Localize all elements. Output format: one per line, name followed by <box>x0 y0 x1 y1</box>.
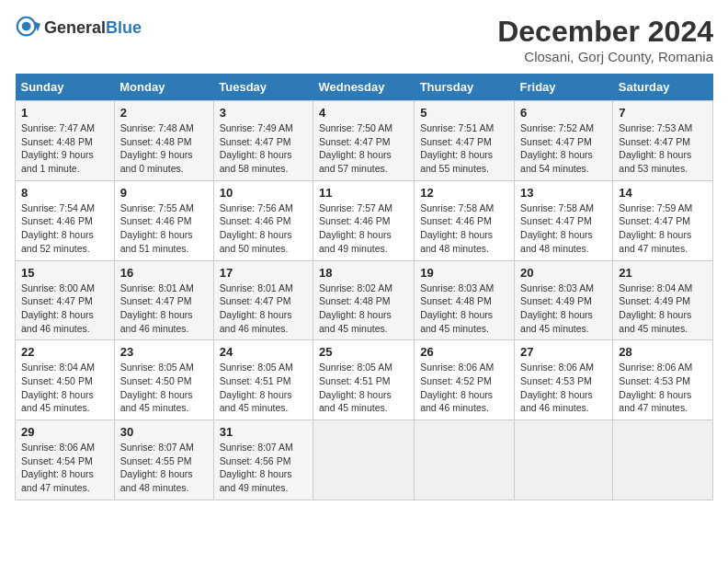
weekday-header-saturday: Saturday <box>613 74 713 101</box>
calendar-week-row: 15 Sunrise: 8:00 AMSunset: 4:47 PMDaylig… <box>16 260 713 340</box>
day-info: Sunrise: 8:05 AMSunset: 4:50 PMDaylight:… <box>120 362 194 413</box>
header: GeneralBlue December 2024 Closani, Gorj … <box>15 15 713 64</box>
day-number: 12 <box>420 186 508 200</box>
day-info: Sunrise: 8:04 AMSunset: 4:49 PMDaylight:… <box>619 282 692 334</box>
calendar-cell: 20 Sunrise: 8:03 AMSunset: 4:49 PMDaylig… <box>515 260 613 340</box>
day-number: 13 <box>520 186 607 200</box>
day-info: Sunrise: 8:06 AMSunset: 4:52 PMDaylight:… <box>420 362 494 413</box>
day-number: 5 <box>420 106 508 120</box>
weekday-header-tuesday: Tuesday <box>213 74 313 101</box>
day-info: Sunrise: 8:07 AMSunset: 4:55 PMDaylight:… <box>120 442 194 493</box>
calendar-cell <box>313 420 414 500</box>
calendar-cell: 12 Sunrise: 7:58 AMSunset: 4:46 PMDaylig… <box>415 180 515 260</box>
main-title: December 2024 <box>497 15 713 49</box>
calendar-cell: 30 Sunrise: 8:07 AMSunset: 4:55 PMDaylig… <box>114 420 213 500</box>
day-info: Sunrise: 8:03 AMSunset: 4:48 PMDaylight:… <box>420 282 494 334</box>
day-info: Sunrise: 8:02 AMSunset: 4:48 PMDaylight:… <box>319 282 392 334</box>
day-info: Sunrise: 8:00 AMSunset: 4:47 PMDaylight:… <box>21 282 95 334</box>
calendar-cell: 13 Sunrise: 7:58 AMSunset: 4:47 PMDaylig… <box>515 180 613 260</box>
day-number: 11 <box>319 186 408 200</box>
calendar-cell: 16 Sunrise: 8:01 AMSunset: 4:47 PMDaylig… <box>114 260 213 340</box>
calendar-cell: 19 Sunrise: 8:03 AMSunset: 4:48 PMDaylig… <box>415 260 515 340</box>
day-info: Sunrise: 8:05 AMSunset: 4:51 PMDaylight:… <box>319 362 392 413</box>
calendar-cell: 1 Sunrise: 7:47 AMSunset: 4:48 PMDayligh… <box>16 101 115 181</box>
weekday-header-monday: Monday <box>114 74 213 101</box>
day-info: Sunrise: 8:01 AMSunset: 4:47 PMDaylight:… <box>220 282 293 334</box>
calendar-table: SundayMondayTuesdayWednesdayThursdayFrid… <box>15 74 713 500</box>
day-number: 31 <box>220 425 307 439</box>
calendar-cell: 17 Sunrise: 8:01 AMSunset: 4:47 PMDaylig… <box>213 260 313 340</box>
day-info: Sunrise: 7:51 AMSunset: 4:47 PMDaylight:… <box>420 122 494 174</box>
calendar-week-row: 1 Sunrise: 7:47 AMSunset: 4:48 PMDayligh… <box>16 101 713 181</box>
calendar-cell: 14 Sunrise: 7:59 AMSunset: 4:47 PMDaylig… <box>613 180 713 260</box>
day-number: 25 <box>319 345 408 359</box>
calendar-cell: 22 Sunrise: 8:04 AMSunset: 4:50 PMDaylig… <box>16 340 115 420</box>
logo-general-text: General <box>44 18 106 37</box>
calendar-week-row: 22 Sunrise: 8:04 AMSunset: 4:50 PMDaylig… <box>16 340 713 420</box>
calendar-cell: 24 Sunrise: 8:05 AMSunset: 4:51 PMDaylig… <box>213 340 313 420</box>
day-number: 20 <box>520 266 607 280</box>
calendar-week-row: 29 Sunrise: 8:06 AMSunset: 4:54 PMDaylig… <box>16 420 713 500</box>
calendar-cell: 6 Sunrise: 7:52 AMSunset: 4:47 PMDayligh… <box>515 101 613 181</box>
day-info: Sunrise: 7:53 AMSunset: 4:47 PMDaylight:… <box>619 122 692 174</box>
day-info: Sunrise: 7:58 AMSunset: 4:46 PMDaylight:… <box>420 202 494 254</box>
day-number: 14 <box>619 186 707 200</box>
calendar-week-row: 8 Sunrise: 7:54 AMSunset: 4:46 PMDayligh… <box>16 180 713 260</box>
day-number: 17 <box>220 266 307 280</box>
day-info: Sunrise: 8:07 AMSunset: 4:56 PMDaylight:… <box>220 442 293 493</box>
day-number: 27 <box>520 345 607 359</box>
calendar-cell: 26 Sunrise: 8:06 AMSunset: 4:52 PMDaylig… <box>415 340 515 420</box>
day-number: 10 <box>220 186 307 200</box>
day-info: Sunrise: 7:48 AMSunset: 4:48 PMDaylight:… <box>120 122 194 174</box>
calendar-cell <box>415 420 515 500</box>
calendar-cell: 9 Sunrise: 7:55 AMSunset: 4:46 PMDayligh… <box>114 180 213 260</box>
day-number: 6 <box>520 106 607 120</box>
calendar-cell: 25 Sunrise: 8:05 AMSunset: 4:51 PMDaylig… <box>313 340 414 420</box>
day-info: Sunrise: 8:05 AMSunset: 4:51 PMDaylight:… <box>220 362 293 413</box>
svg-point-1 <box>22 22 31 31</box>
day-number: 23 <box>120 345 208 359</box>
logo-icon <box>15 15 40 40</box>
calendar-cell: 18 Sunrise: 8:02 AMSunset: 4:48 PMDaylig… <box>313 260 414 340</box>
calendar-cell: 2 Sunrise: 7:48 AMSunset: 4:48 PMDayligh… <box>114 101 213 181</box>
calendar-cell: 10 Sunrise: 7:56 AMSunset: 4:46 PMDaylig… <box>213 180 313 260</box>
day-info: Sunrise: 7:55 AMSunset: 4:46 PMDaylight:… <box>120 202 194 254</box>
day-info: Sunrise: 7:52 AMSunset: 4:47 PMDaylight:… <box>520 122 594 174</box>
day-info: Sunrise: 8:03 AMSunset: 4:49 PMDaylight:… <box>520 282 594 334</box>
day-number: 3 <box>220 106 307 120</box>
day-number: 9 <box>120 186 208 200</box>
calendar-cell: 11 Sunrise: 7:57 AMSunset: 4:46 PMDaylig… <box>313 180 414 260</box>
calendar-cell <box>613 420 713 500</box>
calendar-cell: 21 Sunrise: 8:04 AMSunset: 4:49 PMDaylig… <box>613 260 713 340</box>
day-info: Sunrise: 7:49 AMSunset: 4:47 PMDaylight:… <box>220 122 293 174</box>
day-info: Sunrise: 8:06 AMSunset: 4:53 PMDaylight:… <box>520 362 594 413</box>
day-info: Sunrise: 7:57 AMSunset: 4:46 PMDaylight:… <box>319 202 392 254</box>
day-number: 8 <box>21 186 108 200</box>
weekday-header-friday: Friday <box>515 74 613 101</box>
day-info: Sunrise: 7:50 AMSunset: 4:47 PMDaylight:… <box>319 122 392 174</box>
weekday-header-row: SundayMondayTuesdayWednesdayThursdayFrid… <box>16 74 713 101</box>
calendar-cell: 3 Sunrise: 7:49 AMSunset: 4:47 PMDayligh… <box>213 101 313 181</box>
day-number: 21 <box>619 266 707 280</box>
day-info: Sunrise: 7:59 AMSunset: 4:47 PMDaylight:… <box>619 202 692 254</box>
weekday-header-thursday: Thursday <box>415 74 515 101</box>
day-number: 4 <box>319 106 408 120</box>
day-info: Sunrise: 8:04 AMSunset: 4:50 PMDaylight:… <box>21 362 95 413</box>
sub-title: Closani, Gorj County, Romania <box>497 49 713 64</box>
calendar-cell: 23 Sunrise: 8:05 AMSunset: 4:50 PMDaylig… <box>114 340 213 420</box>
day-number: 7 <box>619 106 707 120</box>
calendar-cell: 27 Sunrise: 8:06 AMSunset: 4:53 PMDaylig… <box>515 340 613 420</box>
calendar-cell: 29 Sunrise: 8:06 AMSunset: 4:54 PMDaylig… <box>16 420 115 500</box>
day-info: Sunrise: 7:47 AMSunset: 4:48 PMDaylight:… <box>21 122 95 174</box>
weekday-header-sunday: Sunday <box>16 74 115 101</box>
day-info: Sunrise: 8:06 AMSunset: 4:53 PMDaylight:… <box>619 362 692 413</box>
day-number: 22 <box>21 345 108 359</box>
day-info: Sunrise: 7:56 AMSunset: 4:46 PMDaylight:… <box>220 202 293 254</box>
title-area: December 2024 Closani, Gorj County, Roma… <box>497 15 713 64</box>
day-number: 15 <box>21 266 108 280</box>
calendar-cell: 4 Sunrise: 7:50 AMSunset: 4:47 PMDayligh… <box>313 101 414 181</box>
day-number: 29 <box>21 425 108 439</box>
day-number: 26 <box>420 345 508 359</box>
day-info: Sunrise: 7:54 AMSunset: 4:46 PMDaylight:… <box>21 202 95 254</box>
day-number: 24 <box>220 345 307 359</box>
